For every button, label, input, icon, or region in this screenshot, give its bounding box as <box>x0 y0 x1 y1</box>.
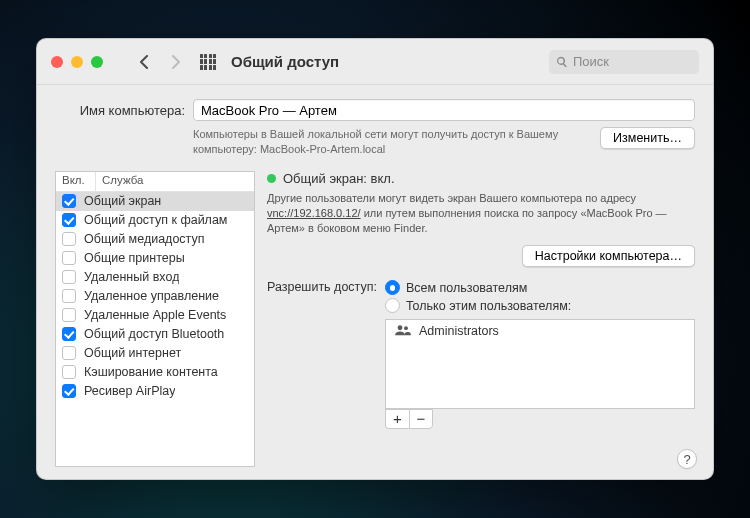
service-label: Удаленные Apple Events <box>84 308 226 322</box>
help-button[interactable]: ? <box>677 449 697 469</box>
access-label: Разрешить доступ: <box>267 279 377 294</box>
service-checkbox[interactable] <box>62 327 76 341</box>
service-detail: Общий экран: вкл. Другие пользователи мо… <box>267 171 695 467</box>
add-user-button[interactable]: + <box>385 409 409 429</box>
traffic-lights <box>51 56 103 68</box>
service-checkbox[interactable] <box>62 194 76 208</box>
services-list: Вкл. Служба Общий экранОбщий доступ к фа… <box>55 171 255 467</box>
service-label: Общий доступ Bluetooth <box>84 327 224 341</box>
service-row[interactable]: Общий доступ Bluetooth <box>56 325 254 344</box>
back-button[interactable] <box>133 52 155 72</box>
computer-name-label: Имя компьютера: <box>55 103 185 118</box>
service-checkbox[interactable] <box>62 251 76 265</box>
search-placeholder: Поиск <box>573 54 609 69</box>
forward-button[interactable] <box>165 52 187 72</box>
status-info: Другие пользователи могут видеть экран В… <box>267 191 695 237</box>
service-row[interactable]: Кэширование контента <box>56 363 254 382</box>
computer-name-description: Компьютеры в Вашей локальной сети могут … <box>193 127 592 157</box>
service-label: Удаленный вход <box>84 270 179 284</box>
radio-dot-icon <box>385 298 400 313</box>
window-title: Общий доступ <box>231 53 339 70</box>
users-icon <box>394 323 412 340</box>
service-row[interactable]: Удаленные Apple Events <box>56 306 254 325</box>
service-checkbox[interactable] <box>62 365 76 379</box>
column-on[interactable]: Вкл. <box>56 172 96 191</box>
service-checkbox[interactable] <box>62 232 76 246</box>
user-row[interactable]: Administrators <box>386 320 694 343</box>
service-label: Общий доступ к файлам <box>84 213 227 227</box>
vnc-link[interactable]: vnc://192.168.0.12/ <box>267 207 361 219</box>
status-dot-icon <box>267 174 276 183</box>
service-checkbox[interactable] <box>62 270 76 284</box>
close-icon[interactable] <box>51 56 63 68</box>
service-label: Общий интернет <box>84 346 181 360</box>
service-label: Общие принтеры <box>84 251 185 265</box>
service-row[interactable]: Общий экран <box>56 192 254 211</box>
service-row[interactable]: Удаленное управление <box>56 287 254 306</box>
user-name: Administrators <box>419 324 499 338</box>
service-checkbox[interactable] <box>62 384 76 398</box>
service-checkbox[interactable] <box>62 213 76 227</box>
show-all-button[interactable] <box>197 52 219 72</box>
service-label: Общий медиадоступ <box>84 232 204 246</box>
edit-button[interactable]: Изменить… <box>600 127 695 149</box>
service-row[interactable]: Общий доступ к файлам <box>56 211 254 230</box>
search-input[interactable]: Поиск <box>549 50 699 74</box>
service-label: Общий экран <box>84 194 161 208</box>
radio-only-users[interactable]: Только этим пользователям: <box>385 297 695 315</box>
radio-dot-icon <box>385 280 400 295</box>
svg-point-0 <box>398 325 403 330</box>
computer-settings-button[interactable]: Настройки компьютера… <box>522 245 695 267</box>
prefs-window: Общий доступ Поиск Имя компьютера: Компь… <box>36 38 714 480</box>
titlebar: Общий доступ Поиск <box>37 39 713 85</box>
svg-point-1 <box>404 326 408 330</box>
users-list[interactable]: Administrators <box>385 319 695 409</box>
remove-user-button[interactable]: − <box>409 409 433 429</box>
service-row[interactable]: Ресивер AirPlay <box>56 382 254 401</box>
service-checkbox[interactable] <box>62 308 76 322</box>
zoom-icon[interactable] <box>91 56 103 68</box>
service-label: Кэширование контента <box>84 365 218 379</box>
service-row[interactable]: Общие принтеры <box>56 249 254 268</box>
status-title: Общий экран: вкл. <box>283 171 395 186</box>
minimize-icon[interactable] <box>71 56 83 68</box>
column-service[interactable]: Служба <box>96 172 254 191</box>
service-row[interactable]: Общий интернет <box>56 344 254 363</box>
service-row[interactable]: Общий медиадоступ <box>56 230 254 249</box>
service-row[interactable]: Удаленный вход <box>56 268 254 287</box>
service-label: Ресивер AirPlay <box>84 384 175 398</box>
computer-name-field[interactable] <box>193 99 695 121</box>
service-label: Удаленное управление <box>84 289 219 303</box>
search-icon <box>556 56 568 68</box>
grid-icon <box>200 54 216 70</box>
radio-all-users[interactable]: Всем пользователям <box>385 279 695 297</box>
service-checkbox[interactable] <box>62 289 76 303</box>
content: Имя компьютера: Компьютеры в Вашей локал… <box>37 85 713 479</box>
service-checkbox[interactable] <box>62 346 76 360</box>
